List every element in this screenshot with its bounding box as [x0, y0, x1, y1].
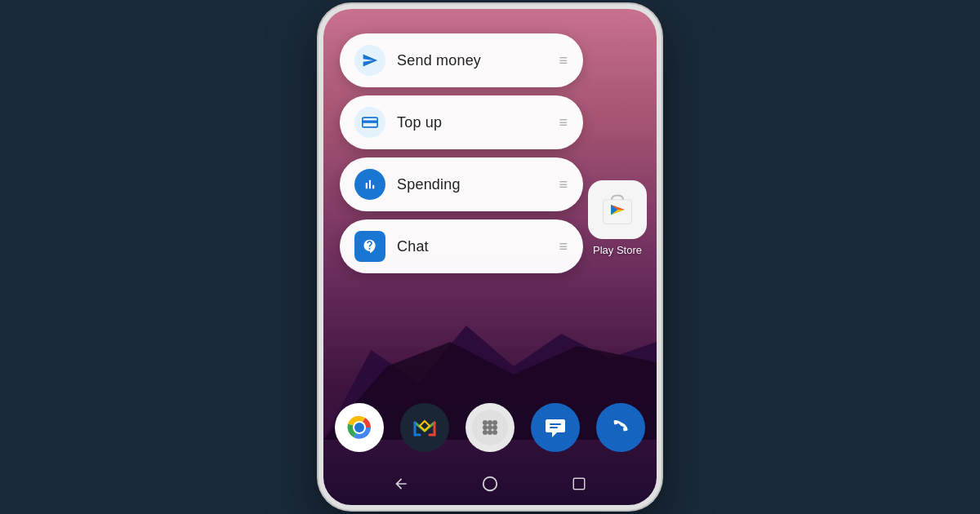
dock-apps[interactable]	[466, 403, 514, 452]
top-up-icon	[354, 107, 385, 138]
top-up-drag-handle: ≡	[559, 115, 568, 130]
send-money-icon	[354, 45, 385, 76]
play-store-label: Play Store	[593, 244, 642, 256]
dock-phone[interactable]	[596, 403, 645, 452]
svg-point-22	[488, 425, 492, 430]
send-money-label: Send money	[397, 52, 547, 69]
svg-point-20	[492, 420, 497, 425]
svg-rect-32	[574, 478, 586, 490]
dock-messages[interactable]	[531, 403, 580, 452]
svg-rect-3	[363, 121, 377, 123]
svg-point-26	[492, 430, 497, 435]
svg-point-21	[483, 425, 488, 430]
send-money-drag-handle: ≡	[559, 53, 568, 68]
chat-drag-handle: ≡	[559, 239, 568, 254]
spending-drag-handle: ≡	[559, 177, 568, 192]
svg-point-23	[492, 425, 497, 430]
chat-label: Chat	[397, 238, 547, 255]
dock-gmail[interactable]	[400, 403, 449, 452]
phone-container: Send money ≡ Top up ≡	[318, 4, 662, 510]
shortcut-send-money[interactable]: Send money ≡	[340, 33, 583, 87]
svg-rect-29	[550, 427, 558, 428]
svg-point-30	[603, 410, 639, 445]
nav-home[interactable]	[479, 472, 501, 495]
svg-rect-28	[550, 423, 561, 425]
svg-point-13	[407, 410, 443, 445]
spending-label: Spending	[397, 176, 547, 193]
chat-icon	[354, 231, 385, 262]
svg-point-25	[488, 430, 492, 435]
nav-recents[interactable]	[568, 472, 590, 495]
shortcut-spending[interactable]: Spending ≡	[340, 157, 583, 211]
svg-point-24	[483, 430, 488, 435]
svg-point-31	[483, 477, 497, 491]
nav-back[interactable]	[390, 472, 412, 495]
shortcuts-container: Send money ≡ Top up ≡	[340, 33, 583, 273]
shortcut-chat[interactable]: Chat ≡	[340, 219, 583, 273]
phone-screen: Send money ≡ Top up ≡	[323, 9, 657, 505]
play-store-container[interactable]: Play Store	[588, 180, 647, 256]
shortcut-top-up[interactable]: Top up ≡	[340, 95, 583, 149]
svg-point-12	[354, 423, 364, 432]
svg-point-18	[483, 420, 488, 425]
dock-chrome[interactable]	[335, 403, 384, 452]
play-store-icon	[588, 180, 647, 239]
dock-area	[323, 395, 657, 460]
nav-bar	[323, 469, 657, 498]
top-up-label: Top up	[397, 114, 547, 131]
spending-icon	[354, 169, 385, 200]
svg-point-19	[488, 420, 492, 425]
